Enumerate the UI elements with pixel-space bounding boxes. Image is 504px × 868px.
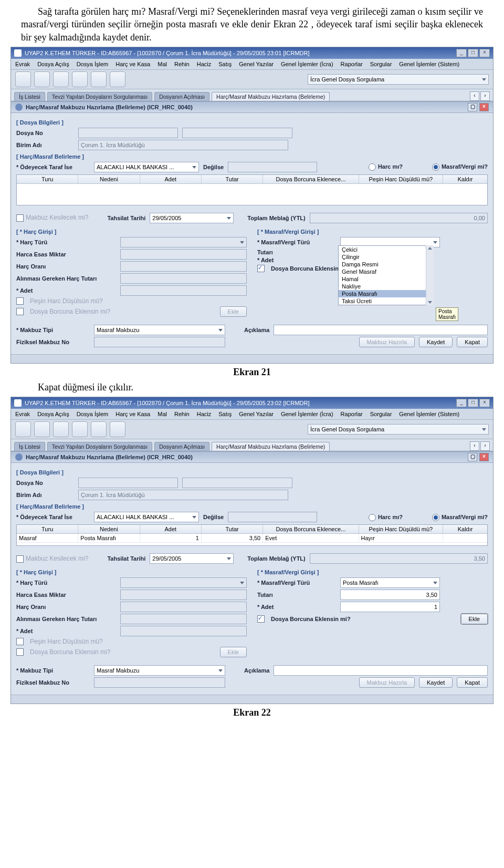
field-alinmasi-gereken-2[interactable] [120,614,247,624]
panel-restore-button-2[interactable]: ▢ [468,453,477,461]
menu-rehin[interactable]: Rehin [174,61,190,67]
toolbar2-icon-3[interactable] [53,421,69,437]
menu2-harc-kasa[interactable]: Harç ve Kasa [116,411,150,417]
field-dosya-no-2b[interactable] [182,478,292,488]
menu-genel-islemler-icra[interactable]: Genel İşlemler (İcra) [281,61,333,67]
close-button-2[interactable]: × [479,399,490,407]
toolbar-icon-1[interactable] [15,71,31,87]
select-masraf-turu-2[interactable]: Posta Masrafı [340,577,440,588]
field-adet-left-2[interactable] [120,626,247,636]
makbuz-hazirla-button-2[interactable]: Makbuz Hazırla [359,677,415,688]
top-combo[interactable]: İcra Genel Dosya Sorgulama [308,74,489,85]
top-combo-2[interactable]: İcra Genel Dosya Sorgulama [308,424,489,435]
menu2-mal[interactable]: Mal [158,411,167,417]
field-tahsilat-tarihi[interactable]: 29/05/2005 [150,213,234,223]
menu2-genel-islemler-sistem[interactable]: Genel İşlemler (Sistem) [399,411,459,417]
kaydet-button[interactable]: Kaydet [419,337,453,347]
menu-evrak[interactable]: Evrak [15,61,30,67]
kapat-button[interactable]: Kapat [457,337,488,347]
menu-harc-kasa[interactable]: Harç ve Kasa [116,61,150,67]
option-hamal[interactable]: Hamal [339,275,433,283]
option-cekici[interactable]: Çekici [339,246,433,253]
th-dosya-borcuna[interactable]: Dosya Borcuna Eklenece... [263,175,359,183]
menu2-evrak[interactable]: Evrak [15,411,30,417]
field-alinmasi-gereken[interactable] [120,273,247,284]
select-makbuz-tipi[interactable]: Masraf Makbuzu [94,325,225,335]
tab-harc-masraf[interactable]: Harç/Masraf Makbuzu Hazırlama (Belirleme… [212,92,330,101]
toolbar-icon-4[interactable] [72,71,88,87]
toolbar2-icon-1[interactable] [15,421,31,437]
menu2-satis[interactable]: Satış [218,411,232,417]
radio-harc-mi[interactable]: Harc mı? [369,163,403,171]
masraf-turu-dropdown[interactable]: Çekici Çilingir Damga Resmi Genel Masraf… [338,245,434,305]
menu2-rehin[interactable]: Rehin [174,411,190,417]
field-harca-esas-2[interactable] [120,590,247,600]
menu-genel-islemler-sistem[interactable]: Genel İşlemler (Sistem) [399,61,459,67]
select-harc-turu-2[interactable] [120,577,247,588]
th-pesin-harc[interactable]: Peşin Harc Düşüldü mü? [359,175,444,183]
toolbar2-icon-2[interactable] [34,421,50,437]
checkbox-dosya-borcuna-right-2[interactable] [257,615,265,623]
select-harc-turu[interactable] [120,237,247,247]
panel-close-button-2[interactable]: × [479,453,489,461]
select-odeyecek-taraf[interactable]: ALACAKLI HALK BANKASI ... [94,162,199,172]
toolbar-icon-3[interactable] [53,71,69,87]
menu-haciz[interactable]: Haciz [197,61,212,67]
th-kaldir[interactable]: Kaldır [443,175,487,183]
field-fiziksel-makbuz-2[interactable] [94,677,225,688]
th-tutar[interactable]: Tutar [202,175,263,183]
field-degilse-2[interactable] [228,512,317,522]
th-turu[interactable]: Turu [17,175,78,183]
minimize-button[interactable]: _ [456,49,467,57]
th2-tutar[interactable]: Tutar [202,525,263,533]
tab-is-listesi[interactable]: İş Listesi [14,92,45,101]
menu2-genel-yazilar[interactable]: Genel Yazılar [239,411,274,417]
th-nedeni[interactable]: Nedeni [78,175,140,183]
tab-dosya-acilmasi[interactable]: Dosyanın Açılması [154,92,209,101]
option-genel-masraf[interactable]: Genel Masraf [339,268,433,275]
close-button[interactable]: × [479,49,490,57]
field-degilse[interactable] [228,162,317,172]
th2-turu[interactable]: Turu [17,525,78,533]
panel-restore-button[interactable]: ▢ [468,103,477,111]
tab2-harc-masraf[interactable]: Harç/Masraf Makbuzu Hazırlama (Belirleme… [212,442,330,451]
menu2-sorgular[interactable]: Sorgular [370,411,392,417]
option-nakliye[interactable]: Nakliye [339,283,433,290]
field-aciklama-2[interactable] [274,665,488,676]
maximize-button[interactable]: □ [468,49,478,57]
th2-nedeni[interactable]: Nedeni [78,525,140,533]
toolbar2-icon-5[interactable] [91,421,107,437]
field-aciklama[interactable] [274,325,488,335]
tab2-nav-left[interactable]: ‹ [470,441,479,451]
radio-harc-mi-2[interactable]: Harc mı? [369,513,403,521]
field-adet-right-2[interactable]: 1 [340,602,440,612]
select-odeyecek-taraf-2[interactable]: ALACAKLI HALK BANKASI ... [94,512,199,522]
tab-nav-left[interactable]: ‹ [470,91,479,101]
menu-raporlar[interactable]: Raporlar [341,61,363,67]
field-tutari-2[interactable]: 3,50 [340,590,440,600]
dropdown-scrollbar[interactable] [426,245,434,305]
field-harca-esas[interactable] [120,249,247,260]
menu-genel-yazilar[interactable]: Genel Yazılar [239,61,274,67]
menu2-raporlar[interactable]: Raporlar [341,411,363,417]
toolbar2-icon-6[interactable] [110,421,125,437]
menu2-haciz[interactable]: Haciz [197,411,212,417]
menu2-dosya-acilis[interactable]: Dosya Açılış [37,411,69,417]
th2-kaldir[interactable]: Kaldır [443,525,487,533]
field-dosya-no-2[interactable] [182,128,292,138]
th2-dosya-borcuna[interactable]: Dosya Borcuna Eklenece... [263,525,359,533]
field-harc-orani-2[interactable] [120,602,247,612]
makbuz-hazirla-button[interactable]: Makbuz Hazırla [359,337,415,347]
field-tahsilat-tarihi-2[interactable]: 29/05/2005 [150,553,234,564]
toolbar-icon-2[interactable] [34,71,50,87]
th-adet[interactable]: Adet [140,175,202,183]
option-cilingir[interactable]: Çilingir [339,253,433,261]
menu-satis[interactable]: Satış [218,61,232,67]
menu-sorgular[interactable]: Sorgular [370,61,392,67]
menu-mal[interactable]: Mal [158,61,167,67]
menu-dosya-acilis[interactable]: Dosya Açılış [37,61,69,67]
option-damga-resmi[interactable]: Damga Resmi [339,261,433,268]
tab2-tevzi[interactable]: Tevzi Yapılan Dosyaların Sorgulanması [47,442,152,451]
kaydet-button-2[interactable]: Kaydet [419,677,453,688]
field-dosya-no-1[interactable] [78,128,178,138]
